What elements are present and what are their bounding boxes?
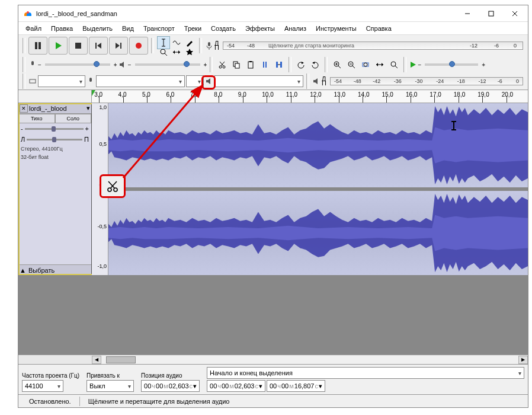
svg-marker-20: [173, 50, 175, 54]
svg-marker-10: [97, 43, 101, 49]
skip-end-button[interactable]: [109, 37, 128, 55]
playback-meter[interactable]: -54 -48 -42 -36 -30 -24 -18 -12 -6 0: [330, 77, 523, 85]
fit-selection-button[interactable]: [359, 58, 372, 71]
audio-position-field[interactable]: 00ч00м02,603с▾: [141, 380, 200, 392]
multi-tool[interactable]: [183, 46, 196, 59]
menu-tools[interactable]: Инструменты: [311, 24, 361, 33]
snap-label: Привязать к: [86, 372, 134, 379]
app-icon: [23, 9, 33, 18]
svg-marker-7: [56, 42, 62, 49]
zoom-out-button[interactable]: [345, 58, 358, 71]
timeshift-tool[interactable]: [170, 46, 183, 59]
mute-button[interactable]: Тихо: [18, 114, 55, 123]
undo-button[interactable]: [294, 58, 307, 71]
svg-rect-23: [31, 61, 34, 65]
app-window: lordi_-_blood_red_sandman Файл Правка Вы…: [18, 5, 528, 408]
scroll-left-button[interactable]: ◀: [92, 356, 101, 364]
svg-rect-2: [489, 11, 493, 16]
mic-icon: [205, 42, 213, 50]
scroll-thumb[interactable]: [106, 356, 136, 363]
svg-rect-9: [95, 43, 97, 49]
menu-generate[interactable]: Создать: [206, 24, 241, 33]
track-header[interactable]: ✕ lordi_-_blood ▾: [18, 103, 91, 114]
skip-start-button[interactable]: [89, 37, 108, 55]
svg-rect-6: [39, 42, 41, 49]
waveform-channel-right[interactable]: [108, 191, 528, 275]
menu-help[interactable]: Справка: [361, 24, 396, 33]
svg-marker-50: [376, 63, 378, 66]
menu-transport[interactable]: Транспорт: [139, 24, 180, 33]
svg-rect-35: [276, 62, 278, 68]
status-state: Остановлено.: [23, 398, 77, 405]
menu-effects[interactable]: Эффекты: [241, 24, 280, 33]
svg-point-0: [27, 11, 29, 14]
minimize-button[interactable]: [456, 6, 479, 21]
timeline-ruler[interactable]: 3,04,05,06,07,08,09,010,011,012,013,014,…: [92, 90, 528, 103]
svg-point-13: [136, 43, 142, 49]
close-button[interactable]: [503, 6, 527, 21]
toolbar-row-3: ЛП -54 -48 -42 -36 -30 -24 -18 -12 -6 0: [18, 73, 528, 90]
track-collapse[interactable]: ▲ Выбрать: [18, 264, 91, 275]
svg-marker-38: [302, 62, 304, 64]
track-gain-slider[interactable]: [25, 128, 84, 130]
menu-select[interactable]: Выделить: [78, 24, 117, 33]
svg-rect-12: [120, 43, 121, 49]
solo-button[interactable]: Соло: [55, 114, 92, 123]
recording-volume-slider[interactable]: [45, 63, 110, 66]
recording-device-dropdown[interactable]: [96, 75, 185, 87]
svg-rect-32: [249, 61, 252, 62]
zoom-toggle-button[interactable]: [387, 58, 400, 71]
tracks-area: ✕ lordi_-_blood ▾ Тихо Соло - + Л П Стер…: [18, 103, 528, 355]
horizontal-scrollbar[interactable]: ◀ ▶: [18, 355, 528, 364]
amplitude-scale: 1,0 0,5 0,0 -0,5 -1,0: [92, 103, 108, 275]
recording-channels-dropdown[interactable]: [186, 75, 204, 87]
cut-button[interactable]: [216, 58, 229, 71]
zoom-in-button[interactable]: [331, 58, 344, 71]
copy-button[interactable]: [230, 58, 243, 71]
track-pan-slider[interactable]: [27, 139, 82, 141]
menu-file[interactable]: Файл: [21, 24, 46, 33]
snap-dropdown[interactable]: Выкл: [86, 380, 134, 392]
waveform-area[interactable]: 1,0 0,5 0,0 -0,5 -1,0: [92, 103, 528, 275]
trim-button[interactable]: [258, 58, 271, 71]
track-menu-arrow-icon[interactable]: ▾: [86, 104, 90, 112]
selection-mode-dropdown[interactable]: Начало и конец выделения: [207, 367, 524, 379]
playback-volume-slider[interactable]: [135, 63, 200, 66]
pause-button[interactable]: [28, 37, 47, 55]
stop-button[interactable]: [69, 37, 88, 55]
statusbar: Остановлено. Щёлкните и перетащите для в…: [18, 394, 528, 407]
selection-start-field[interactable]: 00ч00м02,603с▾: [207, 380, 265, 392]
silence-button[interactable]: [273, 58, 286, 71]
play-at-speed-icon[interactable]: [409, 61, 416, 68]
play-button[interactable]: [49, 37, 68, 55]
menu-analyze[interactable]: Анализ: [280, 24, 311, 33]
waveform-channel-left[interactable]: [108, 103, 528, 187]
redo-button[interactable]: [309, 58, 322, 71]
svg-rect-33: [263, 62, 264, 68]
menu-view[interactable]: Вид: [117, 24, 139, 33]
record-button[interactable]: [129, 37, 148, 55]
toolbar-row-2: − + − + −: [18, 56, 528, 73]
zoom-tool[interactable]: [157, 46, 170, 59]
fit-project-button[interactable]: [373, 58, 386, 71]
menu-tracks[interactable]: Треки: [180, 24, 206, 33]
maximize-button[interactable]: [479, 6, 503, 21]
project-rate-dropdown[interactable]: 44100: [22, 380, 63, 392]
menu-edit[interactable]: Правка: [46, 24, 78, 33]
recording-meter[interactable]: -54 -48 Щёлкните для старта мониторинга …: [223, 42, 523, 50]
svg-marker-51: [382, 63, 383, 66]
paste-button[interactable]: [244, 58, 257, 71]
track-close-button[interactable]: ✕: [20, 104, 28, 113]
scroll-right-button[interactable]: ▶: [518, 356, 528, 364]
svg-rect-22: [208, 42, 210, 46]
svg-rect-34: [265, 62, 267, 68]
playback-speed-slider[interactable]: [425, 63, 478, 66]
playback-device-dropdown[interactable]: [214, 75, 303, 87]
timeline[interactable]: 3,04,05,06,07,08,09,010,011,012,013,014,…: [18, 90, 528, 103]
selection-end-field[interactable]: 00ч00м16,807с▾: [267, 380, 325, 392]
audio-host-dropdown[interactable]: [38, 75, 85, 87]
svg-point-48: [364, 63, 367, 66]
svg-marker-57: [206, 78, 210, 84]
track-format-2: 32-бит float: [18, 153, 91, 161]
svg-point-26: [223, 66, 225, 68]
